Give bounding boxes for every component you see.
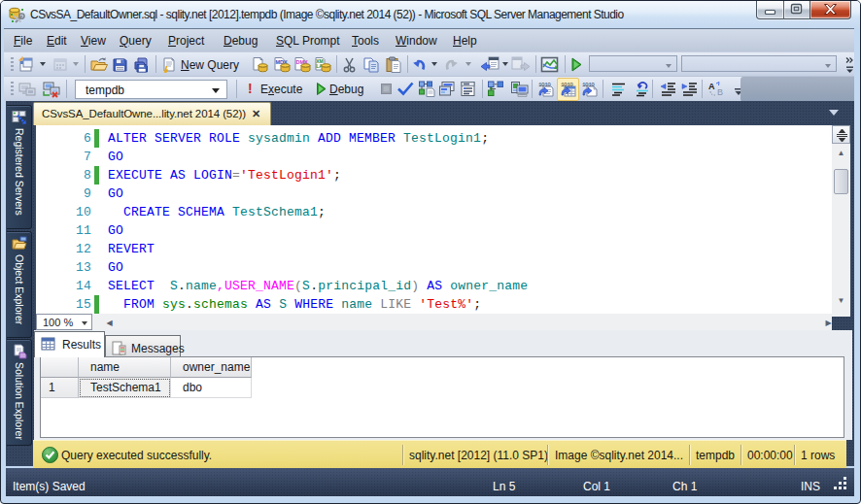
svg-text:B: B bbox=[717, 87, 723, 97]
svg-text:A: A bbox=[708, 82, 715, 91]
